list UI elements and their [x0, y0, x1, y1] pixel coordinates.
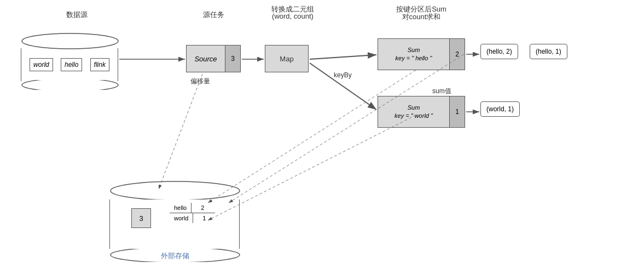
sum-world-title: Sum [408, 104, 420, 112]
svg-point-0 [22, 33, 118, 49]
svg-line-9 [310, 63, 376, 110]
key-partition-sub-label: 对count求和 [378, 12, 465, 22]
svg-line-8 [310, 55, 376, 59]
sum-world-num: 1 [449, 96, 465, 127]
datasource-cylinder: world hello flink [21, 33, 119, 90]
storage-hello-count: 2 [192, 203, 213, 213]
result-hello1: (hello, 1) [530, 44, 567, 59]
svg-point-2 [111, 181, 240, 200]
sum-hello-box: Sum key = " hello " 2 [378, 38, 465, 70]
source-label: Source [187, 45, 225, 72]
storage-table: hello 2 world 1 [170, 203, 215, 223]
sum-value-label: sum值 [432, 87, 451, 96]
data-item-flink: flink [90, 58, 109, 71]
external-storage-label: 外部存储 [109, 251, 241, 261]
sum-world-key: key = " world " [394, 112, 433, 120]
storage-world: world [170, 213, 193, 223]
svg-line-12 [159, 74, 202, 189]
map-box: Map [265, 45, 309, 72]
source-box: Source 3 [186, 45, 241, 72]
transform-sub-label: (word, count) [263, 12, 323, 20]
offset-label: 偏移量 [190, 77, 210, 86]
datasource-label: 数据源 [33, 10, 120, 20]
sum-hello-num: 2 [449, 39, 465, 70]
source-num: 3 [225, 45, 240, 72]
data-item-world: world [30, 58, 53, 71]
data-item-hello: hello [61, 58, 82, 71]
storage-num-box: 3 [131, 208, 151, 228]
sum-world-box: Sum key = " world " 1 [378, 96, 465, 128]
svg-point-1 [22, 80, 118, 90]
sum-hello-content: Sum key = " hello " [378, 39, 449, 70]
keyby-label: keyBy [334, 71, 352, 79]
map-label: Map [280, 55, 293, 63]
storage-world-count: 1 [193, 213, 215, 223]
result-hello2: (hello, 2) [480, 44, 518, 59]
diagram: 数据源 源任务 转换成二元组 (word, count) 按键分区后Sum 对c… [0, 0, 644, 279]
storage-hello: hello [170, 203, 192, 213]
source-task-label: 源任务 [186, 10, 241, 20]
sum-hello-key: key = " hello " [396, 54, 432, 62]
result-world1: (world, 1) [480, 101, 520, 117]
sum-hello-title: Sum [408, 46, 420, 54]
sum-world-content: Sum key = " world " [378, 96, 449, 127]
